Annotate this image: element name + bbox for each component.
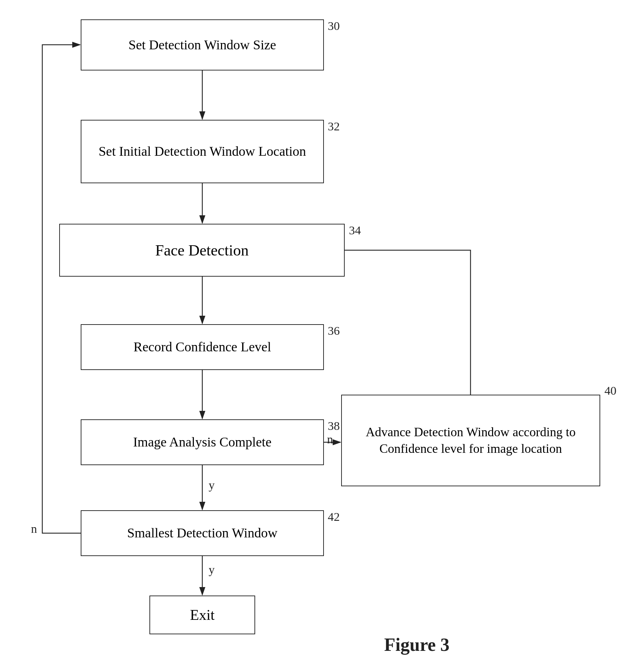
label-38: 38: [328, 419, 340, 433]
label-34: 34: [349, 224, 361, 237]
label-42: 42: [328, 510, 340, 524]
box-set-detection-size: Set Detection Window Size: [81, 19, 324, 70]
label-40: 40: [604, 384, 616, 397]
box-set-initial-location: Set Initial Detection Window Location: [81, 120, 324, 183]
y-label-image-analysis: y: [209, 479, 215, 492]
box-record-confidence: Record Confidence Level: [81, 324, 324, 370]
label-32: 32: [328, 120, 340, 133]
n-label-image-analysis: n: [327, 433, 333, 446]
box-face-detection: Face Detection: [59, 224, 345, 277]
diagram-container: Set Detection Window Size 30 Set Initial…: [0, 0, 627, 672]
label-30: 30: [328, 19, 340, 33]
label-36: 36: [328, 324, 340, 338]
n-label-smallest: n: [31, 522, 37, 536]
box-advance-detection: Advance Detection Window according to Co…: [341, 395, 600, 486]
box-image-analysis: Image Analysis Complete: [81, 419, 324, 465]
figure-label: Figure 3: [384, 634, 449, 655]
box-smallest-detection: Smallest Detection Window: [81, 510, 324, 556]
y-label-smallest: y: [209, 563, 215, 577]
box-exit: Exit: [149, 596, 255, 634]
